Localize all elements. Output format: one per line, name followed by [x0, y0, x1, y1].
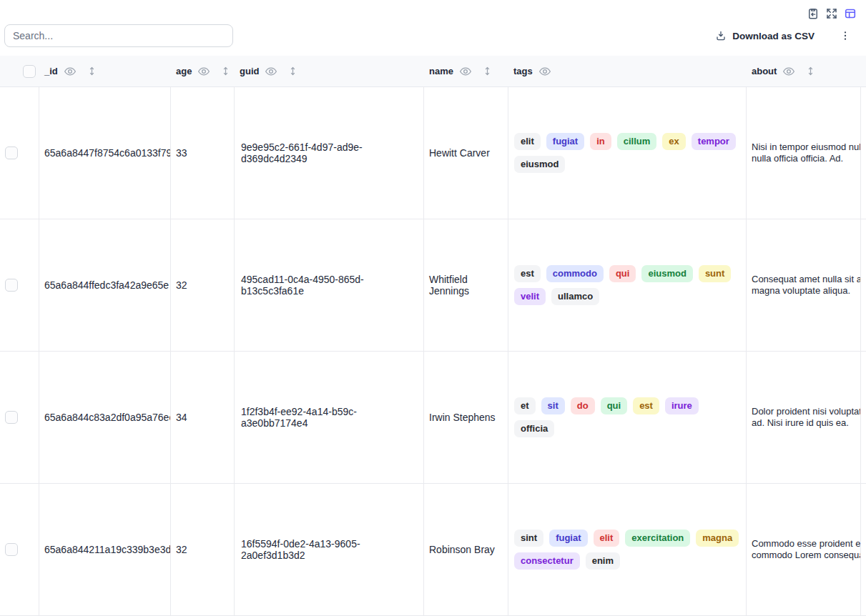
_id-cell: 65a6a844c83a2df0a95a76ee [39, 352, 171, 483]
about-cell: Commodo esse proident ex commodo Lorem c… [747, 484, 861, 615]
toolbar-actions: Download as CSV [711, 29, 862, 43]
column-label: about [752, 66, 777, 76]
table-body: 65a6a8447f8754c6a0133f79339e9e95c2-661f-… [0, 87, 866, 616]
topbar [0, 0, 866, 20]
visibility-eye-icon[interactable] [197, 65, 210, 78]
_id-cell: 65a6a844211a19c339b3e3d3 [39, 484, 171, 615]
visibility-eye-icon[interactable] [459, 65, 472, 78]
column-header-name: name [424, 56, 508, 86]
tags-cell: sintfugiatelitexercitationmagnaconsectet… [508, 484, 747, 615]
sort-icon[interactable] [478, 66, 493, 76]
download-icon [715, 30, 727, 41]
sort-icon[interactable] [216, 66, 231, 76]
tags-cell: etsitdoquiestirureofficia [508, 352, 747, 483]
guid-cell: 16f5594f-0de2-4a13-9605-2a0ef3d1b3d2 [235, 484, 424, 615]
age-cell: 32 [171, 484, 235, 615]
column-label: tags [513, 66, 533, 76]
tag-chip: sit [541, 397, 565, 414]
name-value: Robinson Bray [429, 544, 495, 555]
tag-chip: magna [696, 530, 739, 547]
name-cell: Whitfield Jennings [424, 219, 508, 351]
_id-value: 65a6a844c83a2df0a95a76ee [44, 412, 171, 423]
guid-value: 16f5594f-0de2-4a13-9605-2a0ef3d1b3d2 [241, 538, 423, 561]
select-all-checkbox[interactable] [23, 65, 36, 78]
toolbar: Download as CSV [0, 20, 866, 56]
visibility-eye-icon[interactable] [538, 65, 551, 78]
row-select-cell [0, 484, 39, 615]
kebab-menu-button[interactable] [838, 29, 852, 43]
_id-cell: 65a6a844ffedc3fa42a9e65e [39, 219, 171, 351]
tag-chip: irure [665, 397, 699, 414]
table-row: 65a6a844211a19c339b3e3d33216f5594f-0de2-… [0, 484, 866, 616]
tag-chip: elit [514, 133, 541, 150]
about-cell: Dolor proident nisi voluptate dolor ad. … [747, 352, 861, 483]
column-header-tags: tags [508, 56, 747, 86]
name-value: Hewitt Carver [429, 147, 490, 159]
table-row: 65a6a8447f8754c6a0133f79339e9e95c2-661f-… [0, 87, 866, 219]
name-cell: Hewitt Carver [424, 87, 508, 219]
sort-icon[interactable] [801, 66, 816, 76]
visibility-eye-icon[interactable] [64, 65, 77, 78]
column-header-_id: _id [39, 56, 171, 86]
column-header-about: about [747, 56, 861, 86]
expand-icon[interactable] [825, 6, 838, 20]
tag-chip: eiusmod [641, 265, 692, 282]
tag-chip: qui [609, 265, 636, 282]
about-cell: Consequat amet nulla sit aute velit magn… [747, 219, 861, 351]
age-cell: 33 [171, 87, 235, 219]
about-value: Dolor proident nisi voluptate dolor ad. … [752, 406, 861, 429]
guid-cell: 9e9e95c2-661f-4d97-ad9e-d369dc4d2349 [235, 87, 424, 219]
sort-icon[interactable] [82, 66, 97, 76]
row-select-cell [0, 352, 39, 483]
tag-chip: sint [514, 530, 543, 547]
data-table: _idageguidnametagsabout 65a6a8447f8754c6… [0, 56, 866, 616]
age-value: 32 [176, 279, 187, 291]
column-label: _id [44, 66, 58, 76]
column-header-guid: guid [235, 56, 424, 86]
table-header-row: _idageguidnametagsabout [0, 56, 866, 87]
visibility-eye-icon[interactable] [265, 65, 277, 78]
tag-chip: tempor [692, 133, 736, 150]
download-csv-label: Download as CSV [732, 31, 815, 41]
tag-chip: et [514, 397, 536, 414]
sort-icon[interactable] [283, 66, 298, 76]
table-view-icon[interactable] [843, 6, 857, 20]
tag-chip: commodo [546, 265, 604, 282]
row-filler-cell [861, 219, 866, 351]
tags-cell: elitfugiatincillumextemporeiusmod [508, 87, 747, 219]
tag-chip: velit [514, 288, 546, 305]
row-filler-cell [861, 87, 866, 219]
age-value: 34 [176, 412, 187, 423]
tag-chip: sunt [699, 265, 731, 282]
row-checkbox[interactable] [5, 411, 18, 424]
tag-chip: ex [662, 133, 685, 150]
tag-chip: consectetur [514, 552, 580, 570]
column-label: guid [240, 66, 259, 76]
row-checkbox[interactable] [5, 146, 18, 159]
table-row: 65a6a844c83a2df0a95a76ee341f2f3b4f-ee92-… [0, 352, 866, 484]
download-csv-button[interactable]: Download as CSV [711, 29, 819, 42]
tag-chip: officia [514, 420, 554, 437]
about-value: Nisi in tempor eiusmod nulla aliqua null… [752, 141, 861, 164]
tag-chip: est [514, 265, 541, 282]
guid-cell: 495cad11-0c4a-4950-865d-b13c5c3fa61e [235, 219, 424, 351]
clipboard-import-icon[interactable] [806, 6, 820, 20]
name-cell: Irwin Stephens [424, 352, 508, 483]
row-checkbox[interactable] [5, 543, 18, 556]
row-filler-cell [861, 352, 866, 483]
column-label: name [429, 66, 453, 76]
visibility-eye-icon[interactable] [782, 65, 795, 78]
_id-value: 65a6a844211a19c339b3e3d3 [44, 544, 171, 555]
age-cell: 32 [171, 219, 235, 351]
tag-chip: est [633, 397, 659, 414]
search-input[interactable] [4, 24, 233, 47]
tag-chip: in [590, 133, 611, 150]
_id-value: 65a6a844ffedc3fa42a9e65e [44, 279, 169, 291]
guid-value: 495cad11-0c4a-4950-865d-b13c5c3fa61e [241, 274, 423, 297]
tag-chip: qui [601, 397, 628, 414]
row-checkbox[interactable] [5, 279, 18, 292]
tag-chip: cillum [617, 133, 657, 150]
about-value: Consequat amet nulla sit aute velit magn… [752, 274, 861, 297]
tag-chip: fugiat [546, 133, 584, 150]
name-value: Irwin Stephens [429, 412, 496, 423]
